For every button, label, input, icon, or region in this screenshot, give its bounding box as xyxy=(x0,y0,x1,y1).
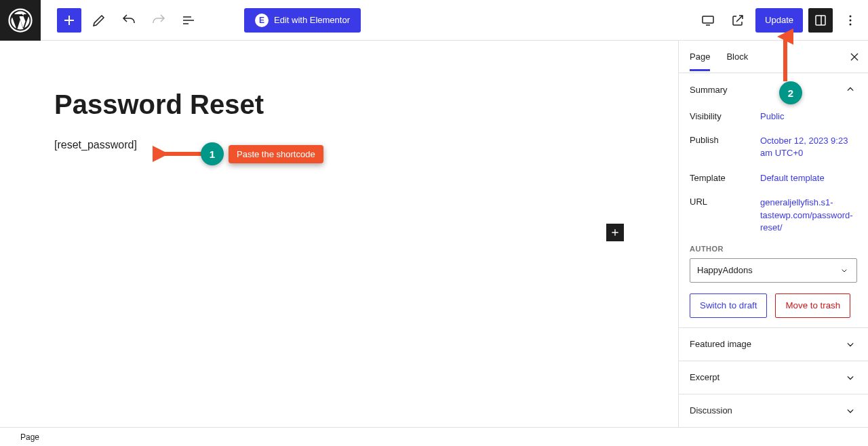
url-value[interactable]: generaljellyfish.s1-tastewp.com/password… xyxy=(760,197,853,232)
edit-with-elementor-button[interactable]: E Edit with Elementor xyxy=(244,8,361,33)
chevron-down-icon xyxy=(844,338,857,351)
undo-icon xyxy=(121,12,137,28)
breadcrumb[interactable]: Page xyxy=(20,432,39,442)
redo-icon xyxy=(151,12,167,28)
toolbar-left: E Edit with Elementor xyxy=(41,8,361,33)
view-button[interactable] xyxy=(696,8,720,33)
featured-image-header[interactable]: Featured image xyxy=(690,338,857,351)
svg-rect-2 xyxy=(816,16,825,25)
move-to-trash-button[interactable]: Move to trash xyxy=(775,293,850,318)
author-select[interactable]: HappyAddons xyxy=(690,258,857,283)
close-icon xyxy=(848,50,861,64)
template-label: Template xyxy=(690,173,760,183)
list-icon xyxy=(180,12,197,28)
wordpress-logo[interactable] xyxy=(0,0,41,41)
svg-point-5 xyxy=(850,23,852,25)
visibility-row: Visibility Public xyxy=(690,104,857,128)
url-row: URL generaljellyfish.s1-tastewp.com/pass… xyxy=(690,190,857,241)
summary-panel: Summary Visibility Public Publish Octobe… xyxy=(679,73,868,328)
visibility-label: Visibility xyxy=(690,111,760,121)
desktop-icon xyxy=(700,12,716,28)
plus-icon xyxy=(610,227,620,238)
undo-button[interactable] xyxy=(117,8,141,33)
settings-sidebar: Page Block Summary Visibility Public Pub… xyxy=(678,41,868,427)
annotation-badge-2: 2 xyxy=(779,81,802,104)
url-label: URL xyxy=(690,197,760,234)
options-button[interactable] xyxy=(838,8,863,33)
visibility-value[interactable]: Public xyxy=(760,111,784,121)
preview-button[interactable] xyxy=(726,8,750,33)
publish-value[interactable]: October 12, 2023 9:23 am UTC+0 xyxy=(760,136,848,158)
update-button-label: Update xyxy=(765,15,793,25)
annotation-arrow-2 xyxy=(773,28,793,86)
chevron-down-icon xyxy=(844,371,857,384)
editor-canvas[interactable]: Password Reset [reset_password] xyxy=(0,41,678,427)
pencil-icon xyxy=(91,12,107,28)
external-link-icon xyxy=(730,12,746,28)
page-title[interactable]: Password Reset xyxy=(54,89,624,120)
svg-point-4 xyxy=(850,19,852,21)
excerpt-panel: Excerpt xyxy=(679,361,868,394)
annotation-badge-1: 1 xyxy=(201,142,224,165)
more-vertical-icon xyxy=(842,12,859,28)
svg-rect-1 xyxy=(703,16,713,23)
excerpt-header[interactable]: Excerpt xyxy=(690,371,857,384)
chevron-down-icon xyxy=(839,265,850,276)
editor-footer: Page xyxy=(0,427,868,446)
featured-image-panel: Featured image xyxy=(679,328,868,361)
close-settings-button[interactable] xyxy=(848,50,861,66)
tab-block[interactable]: Block xyxy=(726,42,748,71)
settings-panel-toggle[interactable] xyxy=(808,8,833,33)
discussion-panel: Discussion xyxy=(679,394,868,427)
annotation-label-1: Paste the shortcode xyxy=(229,145,323,163)
publish-row: Publish October 12, 2023 9:23 am UTC+0 xyxy=(690,128,857,166)
chevron-down-icon xyxy=(844,404,857,418)
author-value: HappyAddons xyxy=(697,265,753,275)
elementor-button-label: Edit with Elementor xyxy=(274,15,350,25)
chevron-up-icon xyxy=(844,83,857,96)
plus-icon xyxy=(61,12,77,28)
tools-button[interactable] xyxy=(87,8,111,33)
switch-to-draft-button[interactable]: Switch to draft xyxy=(690,293,767,318)
annotation-arrow-1 xyxy=(153,144,207,164)
document-overview-button[interactable] xyxy=(176,8,201,33)
template-value[interactable]: Default template xyxy=(760,173,825,183)
discussion-header[interactable]: Discussion xyxy=(690,404,857,418)
wordpress-icon xyxy=(8,8,33,33)
author-section-title: Author xyxy=(690,245,857,253)
tab-page[interactable]: Page xyxy=(690,42,710,71)
panel-icon xyxy=(812,12,829,28)
redo-button[interactable] xyxy=(146,8,171,33)
summary-title: Summary xyxy=(690,85,728,95)
add-block-inline-button[interactable] xyxy=(606,224,624,241)
add-block-button[interactable] xyxy=(57,8,81,33)
elementor-icon: E xyxy=(255,14,269,27)
template-row: Template Default template xyxy=(690,166,857,190)
publish-label: Publish xyxy=(690,135,760,159)
shortcode-block[interactable]: [reset_password] xyxy=(54,139,624,151)
top-toolbar: E Edit with Elementor Update xyxy=(0,0,868,41)
svg-point-3 xyxy=(850,15,852,17)
